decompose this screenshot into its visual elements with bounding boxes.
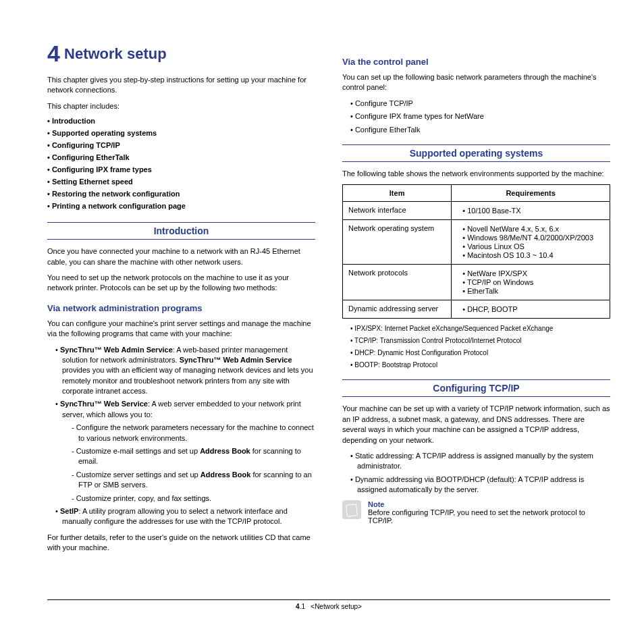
admin-heading: Via network administration programs — [47, 303, 315, 313]
list-item: Configure TCP/IP — [350, 99, 610, 109]
product-name: SyncThru™ Web Admin Service — [60, 346, 173, 354]
column-wrap: 4 Network setup This chapter gives you s… — [47, 41, 610, 559]
section-rule — [342, 379, 610, 380]
admin-tail: For further details, refer to the user's… — [47, 533, 315, 554]
cp-list: Configure TCP/IP Configure IPX frame typ… — [342, 99, 610, 135]
table-cell: Novell NetWare 4.x, 5.x, 6.x Windows 98/… — [452, 220, 610, 265]
list-item: DHCP: Dynamic Host Configuration Protoco… — [350, 348, 610, 358]
list-item: Customize e-mail settings and set up Add… — [72, 446, 315, 467]
table-cell: DHCP, BOOTP — [452, 300, 610, 319]
table-header: Item — [343, 185, 452, 202]
page-footer: 4.1 <Network setup> — [47, 599, 610, 610]
section-rule — [342, 396, 610, 397]
section-rule — [342, 161, 610, 162]
right-column: Via the control panel You can set up the… — [342, 41, 610, 559]
footer-crumb: <Network setup> — [311, 603, 362, 610]
toc-item[interactable]: Introduction — [55, 117, 315, 125]
toc-item[interactable]: Configuring EtherTalk — [55, 153, 315, 161]
tcpip-p1: Your machine can be set up with a variet… — [342, 404, 610, 446]
cp-p1: You can set up the following basic netwo… — [342, 72, 610, 93]
table-row: Network protocols NetWare IPX/SPX TCP/IP… — [343, 265, 610, 300]
table-header-row: Item Requirements — [343, 185, 610, 202]
table-header: Requirements — [452, 185, 610, 202]
toc-item[interactable]: Configuring TCP/IP — [55, 141, 315, 149]
introduction-heading: Introduction — [47, 224, 315, 238]
list-item: Customize server settings and set up Add… — [72, 470, 315, 491]
note-block: Note Before configuring TCP/IP, you need… — [342, 500, 610, 525]
list-item: IPX/SPX: Internet Packet eXchange/Sequen… — [350, 324, 610, 333]
intro-p1: Once you have connected your machine to … — [47, 246, 315, 267]
table-cell: Network protocols — [343, 265, 452, 300]
product-name: SyncThru™ Web Service — [60, 400, 148, 408]
table-row: Network operating system Novell NetWare … — [343, 220, 610, 265]
page-number-minor: .1 — [300, 603, 305, 610]
admin-p1: You can configure your machine's print s… — [47, 319, 315, 340]
os-p1: The following table shows the network en… — [342, 169, 610, 179]
note-body: Note Before configuring TCP/IP, you need… — [368, 500, 610, 525]
list-item: BOOTP: Bootstrap Protocol — [350, 360, 610, 370]
admin-sublist: Configure the network parameters necessa… — [62, 423, 315, 504]
list-item: SyncThru™ Web Service: A web server embe… — [55, 399, 315, 504]
list-item: SyncThru™ Web Admin Service: A web-based… — [55, 345, 315, 397]
chapter-title-text: Network setup — [64, 45, 167, 62]
table-row: Network interface 10/100 Base-TX — [343, 202, 610, 220]
intro-p2: You need to set up the network protocols… — [47, 273, 315, 294]
chapter-toc: Introduction Supported operating systems… — [47, 117, 315, 210]
left-column: 4 Network setup This chapter gives you s… — [47, 41, 315, 559]
list-item: Customize printer, copy, and fax setting… — [72, 493, 315, 504]
table-cell: NetWare IPX/SPX TCP/IP on Windows EtherT… — [452, 265, 610, 300]
control-panel-heading: Via the control panel — [342, 57, 610, 67]
section-rule — [342, 144, 610, 145]
note-text: Before configuring TCP/IP, you need to s… — [368, 508, 610, 525]
toc-item[interactable]: Supported operating systems — [55, 129, 315, 137]
table-cell: 10/100 Base-TX — [452, 202, 610, 220]
table-cell: Network operating system — [343, 220, 452, 265]
product-name: SyncThru™ Web Admin Service — [180, 356, 292, 364]
table-cell: Dynamic addressing server — [343, 300, 452, 319]
toc-item[interactable]: Printing a network configuration page — [55, 202, 315, 210]
list-item: Configure the network parameters necessa… — [72, 423, 315, 444]
table-cell: Network interface — [343, 202, 452, 220]
list-item: SetIP: A utility program allowing you to… — [55, 506, 315, 527]
toc-item[interactable]: Restoring the network configuration — [55, 190, 315, 198]
note-icon — [342, 500, 361, 519]
tcpip-list: Static addressing: A TCP/IP address is a… — [342, 451, 610, 495]
table-row: Dynamic addressing server DHCP, BOOTP — [343, 300, 610, 319]
section-rule — [47, 239, 315, 240]
list-item: TCP/IP: Transmission Control Protocol/In… — [350, 336, 610, 346]
list-item: Dynamic addressing via BOOTP/DHCP (defau… — [350, 475, 610, 495]
product-name: SetIP — [60, 507, 79, 515]
list-item: Static addressing: A TCP/IP address is a… — [350, 451, 610, 472]
chapter-title: 4 Network setup — [47, 41, 315, 67]
page: 4 Network setup This chapter gives you s… — [0, 0, 644, 624]
note-label: Note — [368, 500, 610, 508]
chapter-intro-2: This chapter includes: — [47, 101, 315, 111]
section-rule — [47, 222, 315, 223]
chapter-number: 4 — [47, 41, 60, 66]
tcpip-heading: Configuring TCP/IP — [342, 381, 610, 395]
legend-list: IPX/SPX: Internet Packet eXchange/Sequen… — [342, 324, 610, 370]
list-item: Configure EtherTalk — [350, 125, 610, 135]
admin-list: SyncThru™ Web Admin Service: A web-based… — [47, 345, 315, 527]
os-heading: Supported operating systems — [342, 146, 610, 160]
toc-item[interactable]: Configuring IPX frame types — [55, 165, 315, 173]
requirements-table: Item Requirements Network interface 10/1… — [342, 184, 610, 319]
toc-item[interactable]: Setting Ethernet speed — [55, 178, 315, 186]
list-item: Configure IPX frame types for NetWare — [350, 111, 610, 122]
chapter-intro-1: This chapter gives you step-by-step inst… — [47, 75, 315, 96]
